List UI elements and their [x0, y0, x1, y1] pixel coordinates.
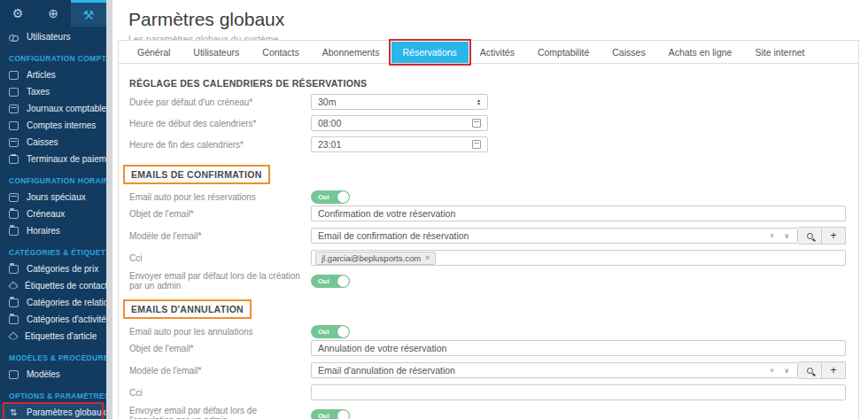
toggle-switch[interactable]: Oui	[311, 275, 350, 288]
sidebar-item-caisses[interactable]: Caisses	[0, 134, 106, 151]
field-label: Email auto pour les annulations	[129, 327, 311, 337]
field-label: Objet de l'email*	[129, 209, 311, 219]
field-label: Envoyer email par défaut lors de l'annul…	[129, 406, 311, 419]
duration-select[interactable]: 30m ▲ ▼	[311, 94, 488, 110]
account-icon	[9, 121, 19, 130]
sidebar-item-label: Catégories d'activités	[27, 314, 106, 324]
sidebar-item-categories-d-activites[interactable]: Catégories d'activités	[0, 311, 106, 328]
sidebar-item-parametres-globaux[interactable]: ⇅ Paramètres globaux	[0, 404, 106, 419]
sidebar-item-jours-speciaux[interactable]: Jours spéciaux	[0, 189, 106, 206]
tab-utilisateurs[interactable]: Utilisateurs	[182, 42, 251, 63]
form-section: EMAILS D'ANNULATION Email auto pour les …	[129, 292, 846, 419]
tag-icon	[8, 331, 18, 341]
sidebar-item-modeles[interactable]: Modèles	[0, 366, 106, 383]
text-input[interactable]: Annulation de votre réservation	[311, 340, 846, 356]
clear-icon[interactable]: ×	[770, 231, 774, 240]
sidebar-item-terminaux-de-paiement[interactable]: Terminaux de paiement	[0, 151, 106, 167]
chevron-down-icon[interactable]: ∨	[784, 367, 789, 375]
journal-icon	[9, 105, 19, 113]
sidebar-item-label: Horaires	[27, 226, 60, 236]
field-control: 23:01	[311, 136, 846, 152]
payment-terminal-icon	[9, 155, 19, 164]
sidebar-item-horaires[interactable]: Horaires	[0, 222, 106, 239]
spinner-icon[interactable]: ▲ ▼	[477, 98, 481, 105]
sidebar-nav: Utilisateurs CONFIGURATION COMPTA Articl…	[0, 28, 106, 419]
toggle-switch[interactable]: Oui	[311, 190, 350, 204]
field-control: 30m ▲ ▼	[311, 94, 846, 110]
tab-general[interactable]: Général	[126, 42, 182, 63]
tab-comptabilite[interactable]: Comptabilité	[526, 42, 601, 63]
sidebar-item-label: Caisses	[27, 137, 58, 147]
time-input[interactable]: 23:01	[311, 136, 488, 152]
field-control: Oui	[311, 190, 846, 204]
sidebar-group: OPTIONS & PARAMÈTRES ⇅ Paramètres globau…	[0, 384, 106, 419]
tag-remove-icon[interactable]: ×	[425, 253, 430, 262]
folder-icon	[9, 210, 19, 219]
form-row: Modèle de l'email* Email d'annulation de…	[129, 361, 846, 379]
tab-activites[interactable]: Activités	[469, 42, 526, 63]
email-tag[interactable]: jl.garcia@beplusports.com ×	[315, 252, 436, 265]
tab-site-internet[interactable]: Site internet	[743, 42, 816, 63]
toggle-knob	[337, 191, 349, 203]
calendar-icon[interactable]	[472, 119, 481, 128]
field-label: Cci	[129, 388, 311, 398]
tab-reservations[interactable]: Réservations	[391, 42, 469, 63]
search-icon	[807, 233, 813, 239]
form-row: Heure de début des calendriers* 08:00	[129, 115, 846, 131]
toggle-switch[interactable]: Oui	[311, 409, 350, 419]
text-input[interactable]: Confirmation de votre réservation	[311, 206, 846, 221]
chevron-down-icon[interactable]: ∨	[784, 232, 789, 240]
sidebar-item-utilisateurs[interactable]: Utilisateurs	[0, 28, 106, 45]
globe-icon[interactable]: ⊕	[35, 0, 71, 27]
form-row: Modèle de l'email* Email de confirmation…	[129, 227, 846, 244]
field-label: Cci	[129, 253, 311, 263]
sidebar-item-label: Créneaux	[27, 209, 65, 219]
tab-caisses[interactable]: Caisses	[601, 42, 656, 63]
settings-icon[interactable]: ⚙	[0, 0, 35, 27]
tools-icon[interactable]: ⚒	[71, 0, 106, 27]
add-template-button[interactable]: +	[822, 227, 846, 244]
sidebar-item-categories-de-prix[interactable]: Catégories de prix	[0, 260, 106, 277]
tab-abonnements[interactable]: Abonnements	[311, 42, 391, 63]
sidebar-scrollbar[interactable]	[106, 0, 112, 419]
sidebar-item-creneaux[interactable]: Créneaux	[0, 206, 106, 222]
sidebar-item-comptes-internes[interactable]: Comptes internes	[0, 117, 106, 134]
globe-glyph: ⊕	[48, 6, 58, 20]
sidebar-group: CONFIGURATION COMPTA Articles Taxes Jour…	[0, 47, 106, 167]
tab-achats-en-ligne[interactable]: Achats en ligne	[657, 42, 744, 63]
form-section: EMAILS DE CONFIRMATION Email auto pour l…	[129, 158, 846, 291]
search-template-button[interactable]	[798, 227, 822, 244]
sidebar-item-etiquettes-d-article[interactable]: Etiquettes d'article	[0, 328, 106, 345]
field-control	[311, 384, 846, 400]
sidebar-items: Utilisateurs	[0, 28, 106, 45]
main-area: Parmètres globaux Les paramètres globaux…	[112, 0, 868, 419]
email-template-select[interactable]: Email d'annulation de réservation × ∨	[311, 362, 798, 378]
section-heading: EMAILS DE CONFIRMATION	[123, 165, 270, 184]
sidebar-item-etiquettes-de-contact[interactable]: Étiquettes de contact	[0, 277, 106, 294]
sidebar-item-categories-de-relation[interactable]: Catégories de relation	[0, 294, 106, 311]
input-value: 30m	[318, 97, 336, 107]
form-section: RÉGLAGE DES CALENDRIERS DE RÉSERVATIONS …	[129, 74, 846, 152]
folder-icon	[9, 227, 19, 236]
sidebar-item-journaux-comptables[interactable]: Journaux comptables	[0, 100, 106, 117]
text-input[interactable]	[311, 384, 846, 400]
tab-contacts[interactable]: Contacts	[251, 42, 310, 63]
section-heading: EMAILS D'ANNULATION	[123, 299, 252, 319]
clear-icon[interactable]: ×	[770, 366, 774, 375]
toggle-label: Oui	[318, 193, 329, 201]
sidebar-item-label: Comptes internes	[27, 120, 96, 130]
sidebar-item-articles[interactable]: Articles	[0, 66, 106, 83]
toggle-switch[interactable]: Oui	[311, 325, 350, 338]
search-template-button[interactable]	[798, 361, 822, 379]
time-input[interactable]: 08:00	[311, 115, 488, 131]
folder-icon	[9, 315, 19, 324]
sidebar-group: MODÈLES & PROCÉDURES Modèles	[0, 346, 106, 383]
email-template-select[interactable]: Email de confirmation de réservation × ∨	[311, 228, 798, 244]
calendar-icon[interactable]	[472, 140, 481, 149]
field-control: Email d'annulation de réservation × ∨ +	[311, 361, 846, 379]
users-icon	[9, 33, 19, 42]
sidebar-item-taxes[interactable]: Taxes	[0, 83, 106, 100]
add-template-button[interactable]: +	[822, 361, 846, 379]
cci-tags-input[interactable]: jl.garcia@beplusports.com ×	[311, 250, 846, 266]
section-rows: Email auto pour les annulations Oui Obje…	[129, 324, 846, 419]
